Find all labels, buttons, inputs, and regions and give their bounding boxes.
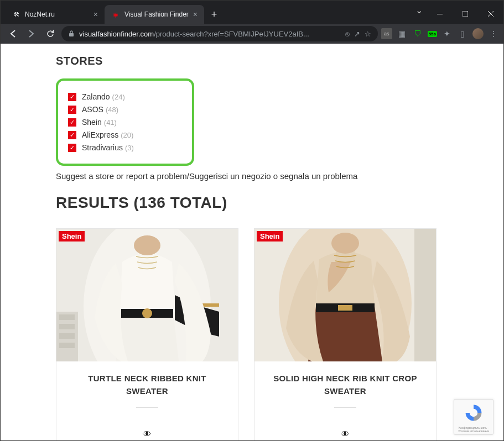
lock-icon (68, 30, 75, 37)
close-icon (488, 11, 493, 17)
svg-rect-8 (59, 324, 75, 329)
window-controls: ⌄ (415, 5, 503, 23)
svg-rect-17 (414, 229, 436, 361)
svg-rect-9 (59, 333, 75, 339)
checkbox-checked-icon[interactable]: ✓ (68, 118, 76, 127)
suggest-link[interactable]: Suggest a store or report a problem/Sugg… (56, 171, 448, 181)
svg-rect-4 (69, 33, 74, 36)
tab-title: NozNet.ru (25, 11, 55, 18)
url-input[interactable]: visualfashionfinder.com/product-search?x… (61, 26, 378, 41)
maximize-icon (463, 11, 468, 17)
checkbox-checked-icon[interactable]: ✓ (68, 144, 76, 152)
arrow-right-icon (27, 29, 36, 38)
results-grid: Shein (56, 228, 448, 440)
svg-point-14 (142, 308, 152, 318)
back-button[interactable] (5, 26, 20, 41)
puzzle-icon[interactable]: ✦ (441, 28, 453, 39)
store-count: (41) (104, 118, 117, 127)
store-count: (20) (121, 131, 133, 139)
checkbox-checked-icon[interactable]: ✓ (68, 93, 76, 101)
store-filter-stradivarius[interactable]: ✓ Stradivarius (3) (68, 143, 182, 152)
store-tag: Shein (257, 231, 283, 242)
divider (136, 407, 158, 408)
store-filter-aliexpress[interactable]: ✓ AliExpress (20) (68, 130, 182, 139)
view-button[interactable]: 👁 (56, 425, 238, 440)
star-icon[interactable]: ☆ (365, 30, 371, 38)
target-icon: ◉ (111, 10, 120, 19)
address-bar: visualfashionfinder.com/product-search?x… (1, 24, 503, 44)
store-label: Stradivarius (82, 143, 123, 152)
store-label: AliExpress (82, 130, 118, 139)
eye-icon: 👁 (341, 429, 350, 439)
svg-rect-10 (59, 343, 75, 348)
store-label: Zalando (82, 92, 110, 101)
product-photo (56, 229, 238, 361)
extension-icon[interactable]: ▦ (397, 28, 408, 39)
svg-rect-21 (338, 305, 352, 311)
arrow-left-icon (8, 29, 17, 38)
stores-filter-box: ✓ Zalando (24) ✓ ASOS (48) ✓ Shein (41) … (56, 78, 194, 166)
reload-button[interactable] (43, 26, 58, 41)
url-path: /product-search?xref=SFVBMIJPeIJYUEV2aIB… (154, 30, 309, 38)
recaptcha-terms: Условия использования (455, 429, 492, 433)
browser-tab-visualfashion[interactable]: ◉ Visual Fashion Finder × (105, 5, 204, 24)
view-button[interactable]: 👁 (254, 425, 436, 440)
window-titlebar: 🛠 NozNet.ru × ◉ Visual Fashion Finder × … (1, 1, 503, 24)
shield-icon[interactable]: ⛉ (412, 28, 423, 39)
share-icon[interactable]: ↗ (354, 30, 360, 38)
product-body: SOLID HIGH NECK RIB KNIT CROP SWEATER (254, 361, 436, 425)
svg-rect-1 (463, 11, 468, 17)
product-image[interactable]: Shein (254, 229, 436, 361)
results-heading: RESULTS (136 TOTAL) (56, 194, 448, 212)
reload-icon (46, 29, 55, 38)
store-tag: Shein (59, 231, 85, 242)
minimize-button[interactable] (427, 5, 453, 23)
divider (334, 407, 356, 408)
store-filter-zalando[interactable]: ✓ Zalando (24) (68, 92, 182, 101)
eye-icon: 👁 (143, 429, 152, 439)
chevron-down-icon[interactable]: ⌄ (415, 5, 423, 23)
checkbox-checked-icon[interactable]: ✓ (68, 106, 76, 114)
store-count: (24) (112, 93, 125, 101)
store-count: (48) (106, 106, 118, 114)
store-label: ASOS (82, 105, 103, 114)
browser-tab-noznet[interactable]: 🛠 NozNet.ru × (5, 5, 105, 24)
maximize-button[interactable] (453, 5, 478, 23)
close-window-button[interactable] (478, 5, 503, 23)
product-body: TURTLE NECK RIBBED KNIT SWEATER (56, 361, 238, 425)
store-filter-asos[interactable]: ✓ ASOS (48) (68, 105, 182, 114)
translate-icon[interactable]: ⎋ (345, 30, 350, 38)
page-viewport[interactable]: STORES ✓ Zalando (24) ✓ ASOS (48) ✓ Shei… (1, 44, 503, 440)
product-card[interactable]: Shein (56, 228, 238, 440)
product-title: TURTLE NECK RIBBED KNIT SWEATER (66, 372, 228, 397)
forward-button[interactable] (24, 26, 39, 41)
stores-heading: STORES (56, 55, 448, 67)
panel-icon[interactable]: ▯ (457, 28, 468, 39)
profile-avatar[interactable] (472, 28, 484, 39)
recaptcha-badge[interactable]: Конфиденциальность - Условия использован… (454, 399, 493, 435)
svg-point-19 (331, 233, 359, 254)
close-icon[interactable]: × (193, 10, 198, 19)
recaptcha-icon (464, 403, 484, 423)
product-image[interactable]: Shein (56, 229, 238, 361)
tab-title: Visual Fashion Finder (124, 11, 189, 18)
lastfm-icon[interactable]: as (381, 28, 392, 39)
store-count: (3) (125, 144, 134, 152)
svg-point-12 (134, 235, 160, 255)
url-domain: visualfashionfinder.com (79, 30, 154, 38)
tools-icon: 🛠 (12, 10, 20, 19)
store-label: Shein (82, 118, 102, 127)
product-title: SOLID HIGH NECK RIB KNIT CROP SWEATER (264, 372, 426, 397)
minimize-icon (437, 14, 443, 14)
new-tab-button[interactable]: + (206, 7, 222, 22)
product-photo (254, 229, 436, 361)
svg-rect-0 (437, 14, 443, 14)
badge-55s[interactable]: 55s (428, 31, 437, 37)
checkbox-checked-icon[interactable]: ✓ (68, 131, 76, 139)
store-filter-shein[interactable]: ✓ Shein (41) (68, 118, 182, 127)
menu-icon[interactable]: ⋮ (488, 28, 499, 39)
close-icon[interactable]: × (93, 10, 98, 19)
tab-strip: 🛠 NozNet.ru × ◉ Visual Fashion Finder × … (1, 5, 222, 24)
svg-rect-7 (59, 314, 75, 320)
product-card[interactable]: Shein (254, 228, 437, 440)
